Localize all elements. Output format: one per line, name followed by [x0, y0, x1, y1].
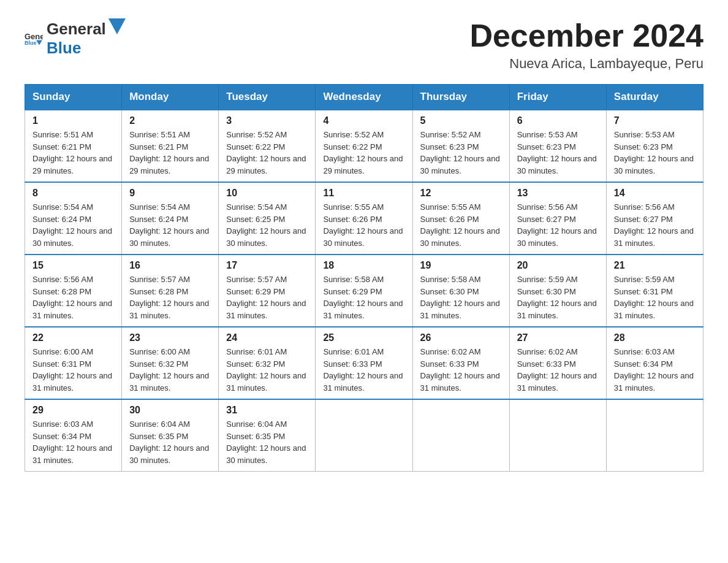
day-info: Sunrise: 5:54 AM Sunset: 6:24 PM Dayligh…: [32, 201, 114, 249]
calendar-day-cell: [412, 399, 509, 472]
day-info: Sunrise: 6:04 AM Sunset: 6:35 PM Dayligh…: [129, 418, 211, 466]
day-info: Sunrise: 5:52 AM Sunset: 6:22 PM Dayligh…: [323, 129, 404, 177]
day-info: Sunrise: 6:01 AM Sunset: 6:32 PM Dayligh…: [226, 346, 308, 394]
calendar-day-cell: 31 Sunrise: 6:04 AM Sunset: 6:35 PM Dayl…: [219, 399, 316, 472]
calendar-day-cell: 9 Sunrise: 5:54 AM Sunset: 6:24 PM Dayli…: [122, 182, 219, 255]
calendar-day-cell: 17 Sunrise: 5:57 AM Sunset: 6:29 PM Dayl…: [219, 255, 316, 327]
day-number: 11: [323, 188, 404, 199]
day-number: 21: [614, 260, 696, 271]
day-number: 19: [420, 260, 502, 271]
calendar-day-header: Saturday: [606, 85, 703, 110]
day-info: Sunrise: 5:51 AM Sunset: 6:21 PM Dayligh…: [32, 129, 114, 177]
svg-text:Blue: Blue: [25, 40, 37, 46]
svg-marker-3: [108, 18, 126, 34]
calendar-header-row: SundayMondayTuesdayWednesdayThursdayFrid…: [25, 85, 703, 110]
day-info: Sunrise: 6:01 AM Sunset: 6:33 PM Dayligh…: [323, 346, 404, 394]
day-number: 25: [323, 332, 404, 343]
day-number: 23: [129, 332, 211, 343]
day-number: 12: [420, 188, 502, 199]
calendar-week-row: 15 Sunrise: 5:56 AM Sunset: 6:28 PM Dayl…: [25, 255, 703, 327]
day-number: 22: [32, 332, 114, 343]
day-info: Sunrise: 6:03 AM Sunset: 6:34 PM Dayligh…: [614, 346, 696, 394]
title-area: December 2024 Nueva Arica, Lambayeque, P…: [469, 18, 703, 72]
calendar-day-cell: 16 Sunrise: 5:57 AM Sunset: 6:28 PM Dayl…: [122, 255, 219, 327]
calendar-day-cell: 4 Sunrise: 5:52 AM Sunset: 6:22 PM Dayli…: [316, 110, 412, 182]
calendar-week-row: 8 Sunrise: 5:54 AM Sunset: 6:24 PM Dayli…: [25, 182, 703, 255]
calendar-day-cell: 13 Sunrise: 5:56 AM Sunset: 6:27 PM Dayl…: [509, 182, 606, 255]
day-info: Sunrise: 6:02 AM Sunset: 6:33 PM Dayligh…: [420, 346, 502, 394]
calendar-day-cell: 24 Sunrise: 6:01 AM Sunset: 6:32 PM Dayl…: [219, 327, 316, 399]
day-info: Sunrise: 5:55 AM Sunset: 6:26 PM Dayligh…: [323, 201, 404, 249]
calendar-day-cell: 10 Sunrise: 5:54 AM Sunset: 6:25 PM Dayl…: [219, 182, 316, 255]
day-info: Sunrise: 5:59 AM Sunset: 6:31 PM Dayligh…: [614, 274, 696, 321]
day-number: 9: [129, 188, 211, 199]
calendar-day-cell: 3 Sunrise: 5:52 AM Sunset: 6:22 PM Dayli…: [219, 110, 316, 182]
day-info: Sunrise: 6:03 AM Sunset: 6:34 PM Dayligh…: [32, 418, 114, 466]
day-info: Sunrise: 6:04 AM Sunset: 6:35 PM Dayligh…: [226, 418, 308, 466]
calendar-day-cell: 11 Sunrise: 5:55 AM Sunset: 6:26 PM Dayl…: [316, 182, 412, 255]
calendar-day-cell: 6 Sunrise: 5:53 AM Sunset: 6:23 PM Dayli…: [509, 110, 606, 182]
day-number: 14: [614, 188, 696, 199]
page-header: General Blue General Blue December 2024 …: [25, 18, 703, 72]
day-info: Sunrise: 5:56 AM Sunset: 6:28 PM Dayligh…: [32, 274, 114, 321]
month-title: December 2024: [469, 18, 703, 53]
logo-text-general: General: [47, 20, 106, 39]
calendar-day-header: Monday: [122, 85, 219, 110]
calendar-week-row: 1 Sunrise: 5:51 AM Sunset: 6:21 PM Dayli…: [25, 110, 703, 182]
day-info: Sunrise: 5:51 AM Sunset: 6:21 PM Dayligh…: [129, 129, 211, 177]
calendar-day-cell: 20 Sunrise: 5:59 AM Sunset: 6:30 PM Dayl…: [509, 255, 606, 327]
day-number: 27: [517, 332, 599, 343]
day-number: 8: [32, 188, 114, 199]
day-info: Sunrise: 5:52 AM Sunset: 6:22 PM Dayligh…: [226, 129, 308, 177]
day-number: 15: [32, 260, 114, 271]
calendar-day-cell: 1 Sunrise: 5:51 AM Sunset: 6:21 PM Dayli…: [25, 110, 122, 182]
logo-icon: General Blue: [25, 29, 43, 47]
day-info: Sunrise: 6:00 AM Sunset: 6:31 PM Dayligh…: [32, 346, 114, 394]
calendar-day-cell: 23 Sunrise: 6:00 AM Sunset: 6:32 PM Dayl…: [122, 327, 219, 399]
day-number: 4: [323, 115, 404, 126]
day-number: 20: [517, 260, 599, 271]
logo: General Blue General Blue: [25, 18, 126, 58]
calendar-day-cell: 29 Sunrise: 6:03 AM Sunset: 6:34 PM Dayl…: [25, 399, 122, 472]
calendar-day-cell: 12 Sunrise: 5:55 AM Sunset: 6:26 PM Dayl…: [412, 182, 509, 255]
day-info: Sunrise: 5:58 AM Sunset: 6:29 PM Dayligh…: [323, 274, 404, 321]
day-info: Sunrise: 6:02 AM Sunset: 6:33 PM Dayligh…: [517, 346, 599, 394]
day-info: Sunrise: 5:57 AM Sunset: 6:28 PM Dayligh…: [129, 274, 211, 321]
calendar-table: SundayMondayTuesdayWednesdayThursdayFrid…: [25, 84, 703, 472]
day-number: 28: [614, 332, 696, 343]
calendar-day-cell: 27 Sunrise: 6:02 AM Sunset: 6:33 PM Dayl…: [509, 327, 606, 399]
calendar-day-cell: 8 Sunrise: 5:54 AM Sunset: 6:24 PM Dayli…: [25, 182, 122, 255]
day-number: 1: [32, 115, 114, 126]
calendar-day-header: Thursday: [412, 85, 509, 110]
svg-marker-1: [36, 40, 42, 45]
calendar-day-header: Wednesday: [316, 85, 412, 110]
calendar-day-header: Friday: [509, 85, 606, 110]
calendar-day-cell: 26 Sunrise: 6:02 AM Sunset: 6:33 PM Dayl…: [412, 327, 509, 399]
location-subtitle: Nueva Arica, Lambayeque, Peru: [469, 56, 703, 72]
day-number: 6: [517, 115, 599, 126]
day-info: Sunrise: 5:58 AM Sunset: 6:30 PM Dayligh…: [420, 274, 502, 321]
day-number: 31: [226, 405, 308, 416]
calendar-day-cell: [606, 399, 703, 472]
day-number: 7: [614, 115, 696, 126]
day-number: 30: [129, 405, 211, 416]
calendar-day-cell: 7 Sunrise: 5:53 AM Sunset: 6:23 PM Dayli…: [606, 110, 703, 182]
day-number: 18: [323, 260, 404, 271]
day-info: Sunrise: 5:56 AM Sunset: 6:27 PM Dayligh…: [614, 201, 696, 249]
calendar-day-header: Tuesday: [219, 85, 316, 110]
day-info: Sunrise: 5:53 AM Sunset: 6:23 PM Dayligh…: [614, 129, 696, 177]
day-number: 17: [226, 260, 308, 271]
logo-text-blue: Blue: [47, 39, 81, 57]
logo-triangle-icon: [108, 18, 126, 34]
day-info: Sunrise: 5:54 AM Sunset: 6:25 PM Dayligh…: [226, 201, 308, 249]
day-number: 24: [226, 332, 308, 343]
calendar-day-cell: 22 Sunrise: 6:00 AM Sunset: 6:31 PM Dayl…: [25, 327, 122, 399]
day-number: 26: [420, 332, 502, 343]
day-info: Sunrise: 5:55 AM Sunset: 6:26 PM Dayligh…: [420, 201, 502, 249]
calendar-day-cell: [509, 399, 606, 472]
day-number: 29: [32, 405, 114, 416]
calendar-day-cell: 5 Sunrise: 5:52 AM Sunset: 6:23 PM Dayli…: [412, 110, 509, 182]
calendar-day-cell: 21 Sunrise: 5:59 AM Sunset: 6:31 PM Dayl…: [606, 255, 703, 327]
calendar-day-cell: 15 Sunrise: 5:56 AM Sunset: 6:28 PM Dayl…: [25, 255, 122, 327]
calendar-week-row: 22 Sunrise: 6:00 AM Sunset: 6:31 PM Dayl…: [25, 327, 703, 399]
